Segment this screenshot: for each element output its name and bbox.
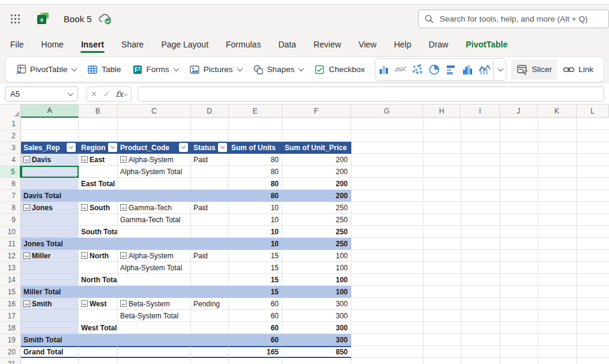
link-button[interactable]: Link [557, 59, 599, 80]
cell-K4[interactable] [538, 154, 577, 166]
row-header-5[interactable]: 5 [0, 166, 21, 178]
cell-F13[interactable]: 100 [282, 262, 351, 274]
cell-G17[interactable] [351, 310, 423, 322]
cell-F19[interactable]: 300 [282, 334, 351, 346]
cell-A5[interactable] [21, 166, 79, 178]
cell-J6[interactable] [500, 178, 538, 190]
cell-E11[interactable]: 10 [229, 238, 282, 250]
cell-G5[interactable] [351, 166, 423, 178]
cell-A2[interactable] [21, 130, 79, 142]
cell-B2[interactable] [79, 130, 118, 142]
cell-E2[interactable] [229, 130, 282, 142]
cell-F21[interactable] [282, 358, 351, 364]
cell-F1[interactable] [282, 118, 351, 130]
cell-F6[interactable]: 200 [282, 178, 351, 190]
tab-formulas[interactable]: Formulas [225, 35, 261, 54]
cell-E4[interactable]: 80 [229, 154, 282, 166]
column-header-b[interactable]: B [79, 105, 118, 118]
cell-B7[interactable] [79, 190, 118, 202]
cell-I4[interactable] [461, 154, 500, 166]
cell-J3[interactable] [500, 142, 538, 154]
row-header-19[interactable]: 19 [0, 334, 21, 346]
cell-E20[interactable]: 165 [229, 346, 282, 358]
cell-L8[interactable] [577, 202, 609, 214]
cell-B8[interactable]: South [79, 202, 118, 214]
row-header-18[interactable]: 18 [0, 322, 21, 334]
cell-C11[interactable] [118, 238, 191, 250]
cell-E3[interactable]: Sum of Units [229, 142, 282, 154]
cell-L3[interactable] [577, 142, 609, 154]
cell-B10[interactable]: South Total [79, 226, 118, 238]
cell-D6[interactable] [191, 178, 229, 190]
cell-F8[interactable]: 250 [282, 202, 351, 214]
cell-F14[interactable]: 100 [282, 274, 351, 286]
row-header-10[interactable]: 10 [0, 226, 21, 238]
cell-H9[interactable] [423, 214, 461, 226]
cloud-saved-icon[interactable] [98, 13, 114, 25]
cell-D9[interactable] [191, 214, 229, 226]
cell-H2[interactable] [423, 130, 461, 142]
cell-K21[interactable] [538, 358, 577, 364]
cell-L4[interactable] [577, 154, 609, 166]
cell-J10[interactable] [500, 226, 538, 238]
cell-A6[interactable] [21, 178, 79, 190]
name-box[interactable]: A5 [5, 86, 78, 102]
row-header-7[interactable]: 7 [0, 190, 21, 202]
cell-F15[interactable]: 100 [282, 286, 351, 298]
cell-E12[interactable]: 15 [229, 250, 282, 262]
cell-I13[interactable] [461, 262, 500, 274]
cell-G4[interactable] [351, 154, 423, 166]
cell-A10[interactable] [21, 226, 79, 238]
cell-C16[interactable]: Beta-System [118, 298, 191, 310]
cell-J9[interactable] [500, 214, 538, 226]
cell-H16[interactable] [423, 298, 461, 310]
cell-A8[interactable]: Jones [21, 202, 79, 214]
cell-G20[interactable] [351, 346, 423, 358]
cell-B19[interactable] [79, 334, 118, 346]
cell-E8[interactable]: 10 [229, 202, 282, 214]
cell-D7[interactable] [191, 190, 229, 202]
tab-data[interactable]: Data [277, 35, 297, 54]
cell-G1[interactable] [351, 118, 423, 130]
collapse-icon[interactable] [81, 204, 88, 211]
cell-D21[interactable] [191, 358, 229, 364]
app-launcher-icon[interactable] [5, 9, 25, 29]
cell-C9[interactable]: Gamma-Tech Total [118, 214, 191, 226]
cell-C5[interactable]: Alpha-System Total [118, 166, 191, 178]
cell-H6[interactable] [423, 178, 461, 190]
cell-K13[interactable] [538, 262, 577, 274]
filter-dropdown-icon[interactable] [108, 143, 117, 152]
tab-pivottable[interactable]: PivotTable [465, 35, 508, 54]
cell-L11[interactable] [577, 238, 609, 250]
cell-C3[interactable]: Product_Code [118, 142, 191, 154]
cell-F12[interactable]: 100 [282, 250, 351, 262]
cell-C2[interactable] [118, 130, 191, 142]
cell-I1[interactable] [461, 118, 500, 130]
row-header-15[interactable]: 15 [0, 286, 21, 298]
cell-G9[interactable] [351, 214, 423, 226]
cell-H15[interactable] [423, 286, 461, 298]
excel-logo-icon[interactable]: x [36, 12, 50, 26]
row-header-21[interactable]: 21 [0, 358, 21, 364]
column-header-f[interactable]: F [282, 105, 351, 118]
collapse-icon[interactable] [23, 156, 30, 163]
cell-H3[interactable] [423, 142, 461, 154]
cell-B17[interactable] [79, 310, 118, 322]
cell-A16[interactable]: Smith [21, 298, 79, 310]
tab-file[interactable]: File [10, 35, 25, 54]
collapse-icon[interactable] [23, 252, 30, 259]
cell-I12[interactable] [461, 250, 500, 262]
cell-A12[interactable]: Miller [21, 250, 79, 262]
cell-D1[interactable] [191, 118, 229, 130]
tab-share[interactable]: Share [121, 35, 144, 54]
cell-H20[interactable] [423, 346, 461, 358]
cell-E15[interactable]: 15 [229, 286, 282, 298]
cell-H21[interactable] [423, 358, 461, 364]
cell-J12[interactable] [500, 250, 538, 262]
cell-L21[interactable] [577, 358, 609, 364]
cell-J21[interactable] [500, 358, 538, 364]
forms-button[interactable]: FForms [127, 59, 184, 80]
tab-draw[interactable]: Draw [428, 35, 449, 54]
cell-H12[interactable] [423, 250, 461, 262]
select-all-corner[interactable] [0, 105, 21, 118]
